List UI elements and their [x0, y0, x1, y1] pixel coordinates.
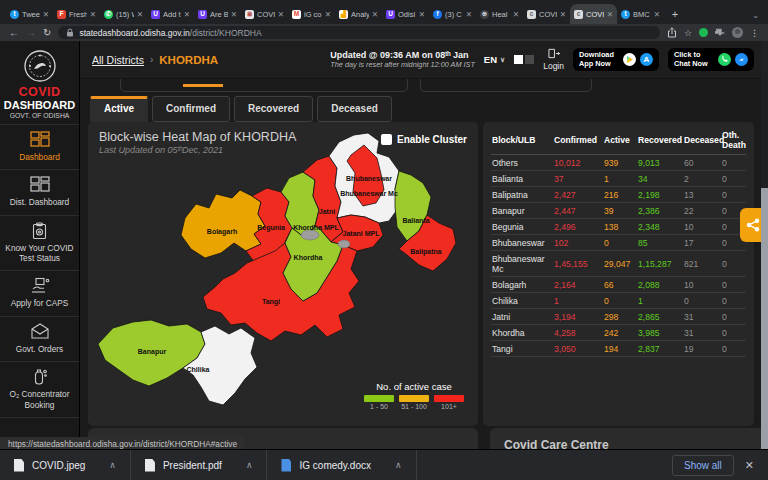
screen: tTwee✕FFresh✕✆(15) W✕UAdd t✕UAre B✕≣COVI… — [0, 0, 768, 480]
tab-confirmed[interactable]: Confirmed — [152, 96, 230, 122]
close-tab-icon[interactable]: ✕ — [607, 10, 613, 19]
close-tab-icon[interactable]: ✕ — [466, 10, 472, 19]
browser-tab[interactable]: FFresh✕ — [53, 4, 100, 24]
stat-value: 102 — [553, 235, 603, 251]
table-row: Bhubaneswar102085170 — [491, 235, 746, 251]
browser-tab[interactable]: UAdd t✕ — [147, 4, 194, 24]
language-selector[interactable]: EN∨ — [484, 54, 505, 65]
browser-tab[interactable]: UOdisl✕ — [382, 4, 429, 24]
extensions-puzzle-icon[interactable] — [715, 28, 725, 38]
close-tab-icon[interactable]: ✕ — [325, 10, 331, 19]
scrollbar-thumb[interactable] — [761, 188, 768, 449]
map-label: Bhubaneswar — [346, 175, 392, 182]
stat-value: 0 — [721, 341, 746, 357]
bookmark-star-icon[interactable]: ☆ — [684, 28, 692, 38]
download-filename: IG comedy.docx — [299, 460, 371, 471]
browser-menu-icon[interactable]: ⋮ — [750, 28, 759, 38]
browser-tab[interactable]: ✆(15) W✕ — [100, 4, 147, 24]
block-name: Tangi — [491, 341, 553, 357]
download-chevron-up-icon[interactable]: ∧ — [246, 460, 253, 470]
new-tab-button[interactable]: + — [667, 6, 683, 22]
sidebar-item-dashboard[interactable]: Dashboard — [0, 125, 79, 170]
login-button[interactable]: Login — [543, 48, 564, 71]
stat-value: 17 — [683, 235, 721, 251]
map-label: Tangi — [262, 298, 280, 306]
browser-tab[interactable]: tTwee✕ — [6, 4, 53, 24]
close-tab-icon[interactable]: ✕ — [43, 10, 49, 19]
theme-toggle[interactable] — [514, 55, 534, 64]
fresh-app-favicon-icon: F — [57, 10, 66, 19]
show-all-downloads-button[interactable]: Show all — [672, 455, 734, 476]
twitter-favicon-icon: t — [621, 10, 630, 19]
browser-tab[interactable]: f(3) C✕ — [429, 4, 476, 24]
share-page-icon[interactable] — [667, 27, 677, 38]
address-bar[interactable]: statedashboard.odisha.gov.in/district/KH… — [58, 26, 660, 39]
map-label: Chilika — [187, 366, 210, 373]
sidebar-item-dist-dashboard[interactable]: Dist. Dashboard — [0, 170, 79, 215]
stat-value: 39 — [603, 203, 637, 219]
sidebar-item-govt-orders[interactable]: Govt. Orders — [0, 317, 79, 362]
extension-icon[interactable] — [699, 28, 708, 37]
legend-item: 51 - 100 — [399, 395, 429, 410]
tab-title: iG co — [304, 10, 322, 19]
close-tab-icon[interactable]: ✕ — [654, 10, 660, 19]
close-downloads-icon[interactable]: ✕ — [745, 459, 754, 472]
download-app-button[interactable]: Download App Now A — [573, 48, 659, 71]
stat-value: 31 — [683, 325, 721, 341]
close-tab-icon[interactable]: ✕ — [278, 10, 284, 19]
back-button[interactable]: ← — [9, 28, 19, 38]
browser-tab[interactable]: cCOVI✕ — [570, 4, 617, 24]
scrolled-card-outline — [120, 78, 408, 92]
messenger-icon — [735, 53, 748, 66]
close-tab-icon[interactable]: ✕ — [419, 10, 425, 19]
reload-button[interactable]: ↻ — [43, 28, 51, 38]
column-header: Confirmed — [553, 127, 603, 155]
stat-value: 60 — [683, 155, 721, 171]
close-tab-icon[interactable]: ✕ — [560, 10, 566, 19]
analytics-favicon-icon: ▟ — [339, 10, 348, 19]
stat-value: 194 — [603, 341, 637, 357]
download-chevron-up-icon[interactable]: ∧ — [109, 460, 116, 470]
close-tab-icon[interactable]: ✕ — [372, 10, 378, 19]
breadcrumb-all-districts[interactable]: All Districts — [92, 54, 144, 66]
map-label: Banapur — [138, 348, 167, 356]
stat-value: 298 — [603, 309, 637, 325]
tab-title: Analy — [351, 10, 369, 19]
dashboard-icon — [30, 131, 50, 149]
download-item[interactable]: President.pdf∧ — [131, 450, 268, 480]
stat-value: 10 — [683, 219, 721, 235]
browser-tab[interactable]: tBMC✕ — [617, 4, 664, 24]
close-tab-icon[interactable]: ✕ — [513, 10, 519, 19]
browser-tab[interactable]: ⊕Heal✕ — [476, 4, 523, 24]
download-item[interactable]: IG comedy.docx∧ — [267, 450, 416, 480]
browser-tab[interactable]: ▟Analy✕ — [335, 4, 382, 24]
sidebar-item-know-your-covid-test-status[interactable]: Know Your COVID Test Status — [0, 216, 79, 272]
scrollbar-track[interactable] — [761, 41, 768, 449]
close-tab-icon[interactable]: ✕ — [137, 10, 143, 19]
browser-tab[interactable]: UAre B✕ — [194, 4, 241, 24]
tab-deceased[interactable]: Deceased — [317, 96, 392, 122]
tab-active[interactable]: Active — [90, 96, 148, 122]
close-tab-icon[interactable]: ✕ — [90, 10, 96, 19]
sidebar-item-label: Dashboard — [19, 152, 60, 162]
forward-button[interactable]: → — [26, 28, 36, 38]
table-row: Bolagarh2,164662,088100 — [491, 277, 746, 293]
tab-search-chevron-icon[interactable]: ⌄ — [752, 11, 768, 24]
sidebar-item-o-concentrator-booking[interactable]: O₂ Concentrator Booking — [0, 362, 79, 418]
stat-value: 1 — [603, 171, 637, 187]
close-tab-icon[interactable]: ✕ — [184, 10, 190, 19]
tab-recovered[interactable]: Recovered — [234, 96, 313, 122]
browser-tab[interactable]: MiG co✕ — [288, 4, 335, 24]
stat-value: 2,447 — [553, 203, 603, 219]
chat-button[interactable]: Click to Chat Now — [668, 48, 754, 71]
close-tab-icon[interactable]: ✕ — [231, 10, 237, 19]
stat-value: 2,427 — [553, 187, 603, 203]
profile-avatar[interactable] — [732, 27, 743, 38]
browser-tab[interactable]: ≣COVI✕ — [241, 4, 288, 24]
download-item[interactable]: COVID.jpeg∧ — [0, 450, 131, 480]
sidebar-item-apply-for-caps[interactable]: Apply for CAPS — [0, 271, 79, 316]
table-row: Others10,0129399,013600 — [491, 155, 746, 171]
download-chevron-up-icon[interactable]: ∧ — [395, 460, 402, 470]
browser-tab[interactable]: cCOVI✕ — [523, 4, 570, 24]
block-name: Banapur — [491, 203, 553, 219]
